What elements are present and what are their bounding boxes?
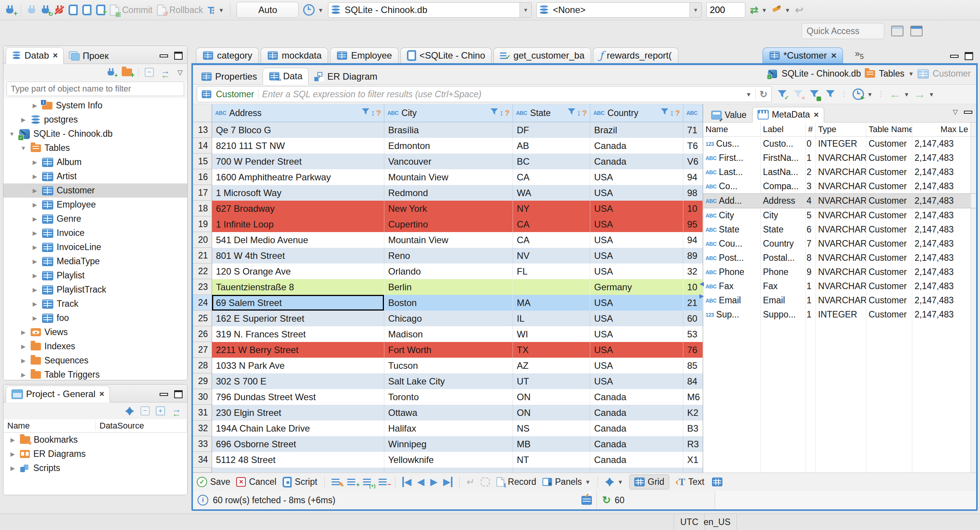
reconnect-icon[interactable]: ↻ [41, 5, 50, 15]
metadata-type-cell[interactable]: NVARCHAR [816, 279, 866, 293]
metadata-ordinal-cell[interactable]: 7 [806, 237, 816, 251]
metadata-type-cell[interactable]: NVARCHAR [816, 251, 866, 265]
table-row[interactable]: 345112 48 StreetYellowknifeNTCanadaX1 [193, 452, 703, 468]
tree-item-sequences[interactable]: ▶Sequences [3, 353, 187, 368]
grid-cell-country[interactable]: USA [590, 358, 683, 373]
chevron-right-icon[interactable]: ▶ [31, 244, 39, 251]
last-row-icon[interactable]: ▶ [443, 477, 452, 487]
editor-tab-get-customer-ba[interactable]: get_customer_ba [493, 47, 591, 63]
metadata-column-header-max-le[interactable]: Max Le [912, 123, 971, 136]
grid-cell-address[interactable]: 5112 48 Street [212, 452, 384, 468]
save-button[interactable]: ✓Save [197, 477, 230, 487]
editor-tab-employee[interactable]: Employee [330, 47, 399, 63]
metadata-table-cell[interactable]: Customer [866, 137, 912, 151]
metadata-table-cell[interactable]: Customer [866, 251, 912, 265]
grid-cell-state[interactable]: BC [513, 154, 590, 169]
grid-cell-city[interactable]: Ottawa [384, 405, 513, 420]
minimize-icon[interactable] [964, 111, 972, 114]
grid-cell-country[interactable]: Canada [590, 452, 683, 468]
new-folder-icon[interactable] [122, 69, 132, 76]
metadata-row-address[interactable]: ABCAdd...Address4NVARCHARCustomer2,147,4… [703, 193, 976, 208]
expand-all-icon[interactable]: + [156, 406, 165, 415]
metadata-name-cell[interactable]: ABCEmail [703, 293, 761, 308]
grid-cell-city[interactable]: Mountain View [384, 169, 513, 185]
tree-item-views[interactable]: ▶Views [3, 325, 187, 339]
grid-cell-city[interactable]: Chicago [384, 311, 513, 326]
active-schema-combo[interactable]: <None> ▼ [536, 2, 702, 18]
metadata-label-cell[interactable]: Email [761, 293, 806, 308]
metadata-label-cell[interactable]: Suppo... [761, 308, 806, 322]
chevron-down-icon[interactable]: ▼ [8, 131, 16, 137]
grid-cell-address[interactable]: 1 Infinite Loop [212, 216, 384, 232]
metadata-row-phone[interactable]: ABCPhonePhone9NVARCHARCustomer2,147,483 [703, 265, 976, 279]
tree-item-album[interactable]: ▶Album [3, 155, 187, 169]
grid-cell-state[interactable]: UT [513, 373, 590, 389]
metadata-ordinal-cell[interactable]: 8 [806, 251, 816, 265]
grid-cell-country[interactable]: USA [590, 232, 683, 248]
grid-cell-postal[interactable]: 76 [683, 342, 703, 358]
editor-tab-customer[interactable]: *Customer× [763, 47, 843, 63]
quick-access-input[interactable] [802, 23, 884, 39]
metadata-type-cell[interactable]: NVARCHAR [816, 293, 866, 308]
metadata-maxlen-cell[interactable]: 2,147,483 [912, 165, 971, 179]
grid-cell-state[interactable]: TX [513, 342, 590, 358]
save-filter-icon[interactable] [808, 88, 820, 100]
tab-data[interactable]: ‹› Data [263, 68, 309, 85]
grid-cell-address[interactable]: 8210 111 ST NW [212, 138, 384, 154]
grid-cell-address[interactable]: Tauentzienstraße 8 [212, 279, 384, 295]
table-row[interactable]: 191 Infinite LoopCupertinoCAUSA95 [193, 216, 703, 232]
edit-mode-icon[interactable] [581, 496, 592, 505]
grid-cell-country[interactable]: Canada [590, 420, 683, 436]
metadata-label-cell[interactable]: Country [761, 237, 806, 251]
table-row[interactable]: 20541 Del Medio AvenueMountain ViewCAUSA… [193, 232, 703, 248]
grid-cell-address[interactable]: 801 W 4th Street [212, 248, 384, 263]
grid-view-toggle[interactable]: Grid [629, 474, 669, 489]
grid-cell-city[interactable]: Vancouver [384, 154, 513, 169]
chevron-right-icon[interactable]: ▶ [9, 451, 16, 458]
grid-cell-country[interactable]: USA [590, 326, 683, 342]
grid-cell-city[interactable]: Toronto [384, 389, 513, 405]
grid-cell-country[interactable]: USA [590, 342, 683, 358]
editor-tab-rewards-report[interactable]: ƒrewards_report( [593, 47, 678, 63]
tree-item-postgres[interactable]: ▶postgres [3, 113, 187, 127]
grid-cell-state[interactable]: CA [513, 216, 590, 232]
metadata-label-cell[interactable]: State [761, 222, 806, 237]
tree-item-foo[interactable]: ▶foo [3, 311, 187, 325]
edit-row-icon[interactable]: ✎ [332, 478, 341, 486]
dbeaver-perspective-icon[interactable] [910, 26, 923, 36]
table-row[interactable]: 33696 Osborne StreetWinnipegMBCanadaR3 [193, 436, 703, 452]
grid-cell-city[interactable]: Reno [384, 248, 513, 263]
grid-cell-country[interactable]: USA [590, 263, 683, 279]
grid-cell-postal[interactable]: 85 [683, 358, 703, 373]
row-number-cell[interactable]: 26 [193, 326, 212, 342]
row-number-cell[interactable]: 29 [193, 373, 212, 389]
auto-refresh-timer-button[interactable]: ▶▼ [853, 88, 873, 100]
grid-cell-postal[interactable]: 32 [683, 263, 703, 279]
project-item-scripts[interactable]: ▶Scripts [3, 461, 187, 475]
tab-metadata[interactable]: MetaData × [752, 107, 824, 123]
column-header-state[interactable]: ABCState↕? [513, 104, 590, 122]
maximize-icon[interactable] [174, 52, 183, 60]
panel-splitter[interactable]: ◀▶ [699, 280, 704, 299]
grid-cell-address[interactable]: 1 Microsoft Way [212, 185, 384, 201]
metadata-row-firstna[interactable]: ABCFirst...FirstNa...1NVARCHARCustomer2,… [703, 151, 976, 165]
chevron-right-icon[interactable]: ▶ [31, 315, 39, 322]
link-editor-icon[interactable] [160, 68, 172, 77]
tree-item-invoice[interactable]: ▶Invoice [3, 226, 187, 240]
metadata-ordinal-cell[interactable]: 2 [806, 165, 816, 179]
metadata-table-cell[interactable]: Customer [866, 279, 912, 293]
metadata-type-cell[interactable]: INTEGER [816, 137, 866, 151]
view-menu-icon[interactable]: ▽ [953, 108, 958, 116]
metadata-ordinal-cell[interactable]: 4 [806, 194, 816, 208]
table-row[interactable]: 29302 S 700 ESalt Lake CityUTUSA84 [193, 373, 703, 389]
metadata-column-header-name[interactable]: Name [703, 123, 761, 136]
fetch-size-input[interactable] [706, 2, 745, 18]
grid-cell-country[interactable]: USA [590, 216, 683, 232]
tree-item-mediatype[interactable]: ▶MediaType [3, 254, 187, 268]
row-number-cell[interactable]: 27 [193, 342, 212, 358]
metadata-maxlen-cell[interactable]: 2,147,483 [912, 293, 971, 308]
row-number-cell[interactable]: 25 [193, 311, 212, 326]
metadata-maxlen-cell[interactable]: 2,147,483 [912, 151, 971, 165]
grid-cell-country[interactable]: Canada [590, 389, 683, 405]
chevron-down-icon[interactable]: ▼ [20, 145, 27, 151]
